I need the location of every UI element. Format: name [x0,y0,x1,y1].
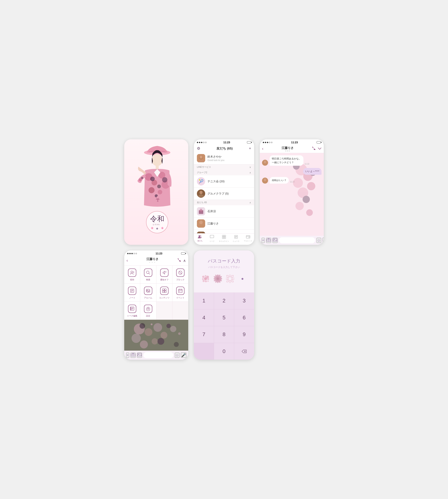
nav-news[interactable]: ニュース [230,234,242,243]
detail-up-button[interactable]: ∧ [183,258,186,263]
svg-point-74 [131,271,133,273]
add-button[interactable]: + [262,238,265,243]
msg-bubble-1: 明日昼ごろ時間あるかな。一緒にランチどう？ [270,155,304,166]
eto-name: 江藤りさ [208,222,251,225]
svg-point-64 [296,202,304,210]
phone-chat-detail: 11:23 ‹ 江藤りさ • • • ∧ [124,250,188,360]
talk-edit-action[interactable]: トーク編集 [124,302,140,320]
detail-status-bar: 11:23 [124,250,188,256]
friends-65-section[interactable]: 友だち 65 ∧ [194,200,254,205]
line-services-section[interactable]: LINEサービス ∨ [194,164,254,170]
chat-battery [317,141,321,144]
content-action[interactable]: コンテンツ [156,284,172,302]
nav-wallet[interactable]: ウォレット [242,234,254,243]
ishii-avatar [197,207,205,215]
talk-edit-label: トーク編集 [127,314,137,317]
key-9[interactable]: 9 [234,326,254,343]
block-action[interactable]: ブロック [172,266,188,283]
passcode-keypad: 1 2 3 4 5 6 7 8 9 0 [194,292,254,360]
online-dot2 [287,150,288,151]
detail-signal [127,253,137,254]
message-input[interactable] [279,237,315,243]
key-4[interactable]: 4 [194,309,214,326]
tennis-group-item[interactable]: 🎾 テニス会 (20) [194,175,254,188]
back-button[interactable]: ‹ [262,146,263,151]
detail-back-button[interactable]: ‹ [127,258,128,263]
emoji-button[interactable]: ☺ [317,238,321,243]
svg-rect-91 [162,291,164,293]
image-button[interactable] [272,238,277,243]
chat-wallpaper-preview [124,320,188,351]
detail-mic-button[interactable]: 🎤 [181,353,186,358]
svg-point-114 [140,323,145,329]
mic-button[interactable]: 🎤 [323,238,324,243]
detail-battery [181,252,185,255]
chevron-down-button[interactable] [318,147,321,151]
settings-button[interactable]: ⚙ [197,146,200,151]
search-action[interactable]: 検索 [140,266,156,283]
eto-friend-item[interactable]: 江藤りさ [194,217,254,230]
detail-phone-button[interactable] [177,258,181,263]
invite-action[interactable]: 招待 [124,266,140,283]
key-2[interactable]: 2 [214,292,234,309]
msg-bubble-2: いいよ～*^^* [303,168,321,175]
detail-camera-button[interactable] [131,353,136,358]
svg-point-116 [174,342,179,347]
mute-action[interactable]: 通知オフ [156,266,172,283]
wallet-icon [246,235,250,239]
svg-rect-38 [201,209,201,212]
block-icon [176,269,184,277]
oguro-friend-item[interactable]: 小黒まさみ [194,230,254,233]
detail-image-button[interactable] [137,353,142,358]
signal-dot2 [199,142,200,143]
detail-emoji-button[interactable]: ☺ [175,353,179,358]
eto-chat-avatar [262,160,268,166]
line-services-chevron: ∨ [249,166,251,169]
gourmet-group-item[interactable]: グルメクラブ (5) [194,188,254,200]
timeline-icon [222,235,226,240]
actions-row2: ノート アルバム [124,284,188,302]
eto-avatar [197,219,205,228]
nav-friends[interactable]: 友だち [194,234,206,243]
online-dot1 [285,150,286,151]
svg-text:🌸: 🌸 [161,226,164,229]
key-7[interactable]: 7 [194,326,214,343]
settings-action[interactable]: 設定 [140,302,156,320]
groups-section[interactable]: グループ2 ∧ [194,170,254,175]
album-label: アルバム [144,296,152,299]
key-0[interactable]: 0 [214,343,234,360]
key-5[interactable]: 5 [214,309,234,326]
add-friend-button[interactable]: + [249,146,251,151]
signal-dot3 [201,142,202,143]
svg-point-22 [154,197,157,200]
passcode-top: パスコード入力 パスコードを入力して下さい [194,250,254,292]
key-delete[interactable] [234,343,254,360]
svg-point-118 [151,323,152,325]
svg-rect-89 [162,289,164,290]
nav-timeline[interactable]: タイムライン [218,234,230,243]
svg-point-40 [199,221,203,224]
svg-point-130 [203,280,205,282]
ishii-friend-item[interactable]: 石井涼 [194,205,254,217]
event-action[interactable]: イベント [172,284,188,302]
key-1[interactable]: 1 [194,292,214,309]
nav-chats[interactable]: トーク [206,234,218,243]
phone-button[interactable] [312,146,316,151]
key-6[interactable]: 6 [234,309,254,326]
top-friend-item[interactable]: 鈴木さやか Good luck to you [194,152,254,164]
album-action[interactable]: アルバム [140,284,156,302]
chats-icon [210,235,214,240]
detail-add-button[interactable]: + [126,353,129,358]
svg-point-151 [232,278,234,279]
svg-point-127 [202,278,204,280]
camera-button[interactable] [266,238,271,243]
svg-point-9 [148,187,155,193]
empty-action2 [172,302,188,320]
svg-point-113 [152,338,158,344]
svg-point-58 [293,178,303,188]
key-8[interactable]: 8 [214,326,234,343]
svg-rect-46 [222,235,224,237]
note-action[interactable]: ノート [124,284,140,302]
key-3[interactable]: 3 [234,292,254,309]
svg-point-128 [204,277,207,280]
